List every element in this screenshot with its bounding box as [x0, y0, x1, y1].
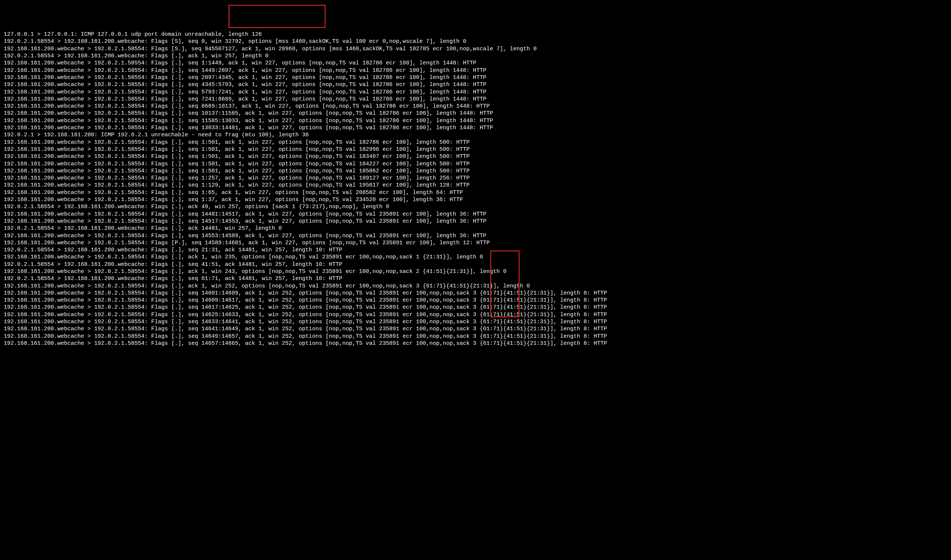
terminal-line: 192.168.161.200.webcache > 192.0.2.1.585…: [4, 96, 947, 103]
terminal-line: 192.168.161.200.webcache > 192.0.2.1.585…: [4, 325, 947, 332]
terminal-output[interactable]: 127.0.0.1 > 127.0.0.1: ICMP 127.0.0.1 ud…: [4, 31, 947, 347]
terminal-line: 192.168.161.200.webcache > 192.0.2.1.585…: [4, 110, 947, 117]
terminal-line: 192.168.161.200.webcache > 192.0.2.1.585…: [4, 81, 947, 88]
terminal-line: 192.168.161.200.webcache > 192.0.2.1.585…: [4, 160, 947, 168]
terminal-line: 192.168.161.200.webcache > 192.0.2.1.585…: [4, 304, 947, 311]
terminal-line: 127.0.0.1 > 127.0.0.1: ICMP 127.0.0.1 ud…: [4, 31, 947, 38]
terminal-line: 192.0.2.1.58554 > 192.168.161.200.webcac…: [4, 275, 947, 282]
annotation-box-1: [229, 5, 325, 28]
terminal-line: 192.168.161.200.webcache > 192.0.2.1.585…: [4, 297, 947, 304]
terminal-line: 192.0.2.1.58554 > 192.168.161.200.webcac…: [4, 246, 947, 254]
terminal-line: 192.168.161.200.webcache > 192.0.2.1.585…: [4, 340, 947, 347]
terminal-line: 192.168.161.200.webcache > 192.0.2.1.585…: [4, 153, 947, 160]
terminal-line: 192.168.161.200.webcache > 192.0.2.1.585…: [4, 283, 947, 290]
terminal-line: 192.168.161.200.webcache > 192.0.2.1.585…: [4, 175, 947, 182]
terminal-line: 192.168.161.200.webcache > 192.0.2.1.585…: [4, 45, 947, 52]
terminal-line: 192.0.2.1.58554 > 192.168.161.200.webcac…: [4, 38, 947, 45]
terminal-line: 192.168.161.200.webcache > 192.0.2.1.585…: [4, 318, 947, 325]
terminal-line: 192.168.161.200.webcache > 192.0.2.1.585…: [4, 232, 947, 239]
terminal-line: 192.0.2.1.58554 > 192.168.161.200.webcac…: [4, 203, 947, 210]
terminal-line: 192.168.161.200.webcache > 192.0.2.1.585…: [4, 168, 947, 175]
terminal-line: 192.0.2.1.58554 > 192.168.161.200.webcac…: [4, 52, 947, 60]
terminal-line: 192.168.161.200.webcache > 192.0.2.1.585…: [4, 146, 947, 153]
terminal-line: 192.168.161.200.webcache > 192.0.2.1.585…: [4, 290, 947, 297]
terminal-line: 192.168.161.200.webcache > 192.0.2.1.585…: [4, 311, 947, 318]
terminal-line: 192.168.161.200.webcache > 192.0.2.1.585…: [4, 60, 947, 67]
terminal-line: 192.168.161.200.webcache > 192.0.2.1.585…: [4, 74, 947, 81]
terminal-line: 192.0.2.1.58554 > 192.168.161.200.webcac…: [4, 261, 947, 268]
terminal-line: 192.168.161.200.webcache > 192.0.2.1.585…: [4, 333, 947, 340]
terminal-line: 192.168.161.200.webcache > 192.0.2.1.585…: [4, 125, 947, 131]
terminal-line: 192.168.161.200.webcache > 192.0.2.1.585…: [4, 196, 947, 203]
terminal-line: 192.0.2.1 > 192.168.161.200: ICMP 192.0.…: [4, 131, 947, 138]
terminal-line: 192.168.161.200.webcache > 192.0.2.1.585…: [4, 182, 947, 189]
terminal-line: 192.168.161.200.webcache > 192.0.2.1.585…: [4, 268, 947, 275]
terminal-line: 192.168.161.200.webcache > 192.0.2.1.585…: [4, 103, 947, 110]
terminal-line: 192.168.161.200.webcache > 192.0.2.1.585…: [4, 189, 947, 196]
terminal-line: 192.168.161.200.webcache > 192.0.2.1.585…: [4, 218, 947, 225]
terminal-line: 192.168.161.200.webcache > 192.0.2.1.585…: [4, 117, 947, 125]
terminal-line: 192.168.161.200.webcache > 192.0.2.1.585…: [4, 139, 947, 146]
terminal-line: 192.168.161.200.webcache > 192.0.2.1.585…: [4, 211, 947, 218]
terminal-line: 192.168.161.200.webcache > 192.0.2.1.585…: [4, 89, 947, 96]
terminal-line: 192.168.161.200.webcache > 192.0.2.1.585…: [4, 239, 947, 246]
terminal-line: 192.168.161.200.webcache > 192.0.2.1.585…: [4, 67, 947, 74]
terminal-line: 192.168.161.200.webcache > 192.0.2.1.585…: [4, 254, 947, 261]
terminal-line: 192.0.2.1.58554 > 192.168.161.200.webcac…: [4, 225, 947, 232]
